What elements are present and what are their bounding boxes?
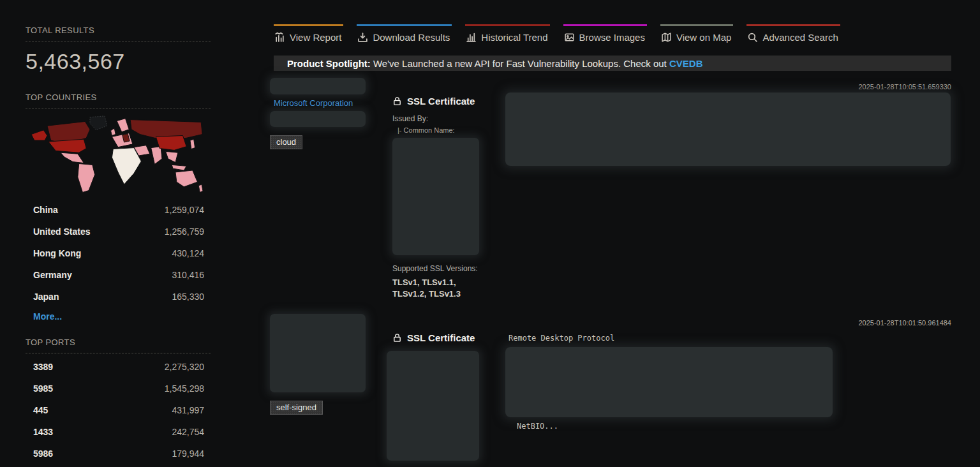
- issued-by-label: Issued By:: [392, 114, 482, 123]
- top-ports-label: TOP PORTS: [26, 337, 211, 353]
- advanced-search-button[interactable]: Advanced Search: [746, 24, 840, 45]
- ssl-versions-label: Supported SSL Versions:: [392, 264, 482, 273]
- map-icon: [661, 32, 672, 43]
- redacted-certificate-details: [392, 138, 479, 255]
- redacted-screenshot-thumbnail: [270, 314, 366, 392]
- browse-images-label: Browse Images: [579, 32, 645, 43]
- map-region-se-asia: [166, 151, 178, 162]
- port-count: 1,545,298: [165, 383, 204, 394]
- map-region-australia: [175, 170, 197, 187]
- product-spotlight-banner: Product Spotlight: We've Launched a new …: [274, 56, 951, 71]
- results-toolbar: View Report Download Results Historical …: [274, 24, 840, 45]
- cvedb-link[interactable]: CVEDB: [669, 58, 703, 69]
- countries-more-link[interactable]: More...: [33, 311, 62, 322]
- download-icon: [357, 32, 368, 43]
- port-row[interactable]: 3389 2,275,320: [26, 356, 211, 378]
- port-number: 445: [33, 405, 48, 415]
- historical-trend-label: Historical Trend: [481, 32, 547, 43]
- country-count: 165,330: [172, 292, 204, 302]
- lock-icon: [392, 96, 402, 106]
- redacted-service-banner: [505, 347, 833, 417]
- result-ip-column: self-signed: [270, 314, 366, 415]
- organization-link[interactable]: Microsoft Corporation: [274, 98, 366, 108]
- port-row[interactable]: 5985 1,545,298: [26, 378, 211, 399]
- port-number: 3389: [33, 362, 53, 372]
- cloud-tag[interactable]: cloud: [270, 135, 302, 149]
- redacted-service-banner: [505, 93, 951, 166]
- historical-trend-button[interactable]: Historical Trend: [465, 24, 549, 45]
- country-row[interactable]: China 1,259,074: [26, 199, 211, 221]
- map-region-south-america: [78, 163, 95, 192]
- country-name: Hong Kong: [33, 248, 81, 258]
- search-icon: [747, 32, 758, 43]
- country-row[interactable]: Hong Kong 430,124: [26, 242, 211, 264]
- top-ports-list: 3389 2,275,320 5985 1,545,298 445 431,99…: [26, 356, 211, 467]
- map-region-uk: [111, 128, 116, 135]
- country-name: Germany: [33, 270, 72, 280]
- redacted-ip-address: [270, 78, 366, 94]
- country-row[interactable]: Japan 165,330: [26, 286, 211, 308]
- advanced-search-label: Advanced Search: [762, 32, 838, 43]
- total-results-label: TOTAL RESULTS: [26, 26, 211, 41]
- port-count: 242,754: [172, 427, 204, 437]
- self-signed-tag[interactable]: self-signed: [270, 401, 323, 415]
- map-region-greenland: [90, 116, 107, 130]
- ssl-certificate-heading: SSL Certificate: [392, 332, 485, 343]
- redacted-location: [270, 111, 366, 127]
- map-region-india: [151, 147, 162, 165]
- port-count: 431,997: [172, 405, 204, 415]
- port-count: 179,944: [172, 448, 204, 459]
- browse-images-button[interactable]: Browse Images: [563, 24, 647, 45]
- result-ssl-column: SSL Certificate Issued By: |- Common Nam…: [392, 96, 482, 300]
- map-region-china: [156, 135, 186, 150]
- result-timestamp: 2025-01-28T10:05:51.659330: [858, 83, 951, 91]
- bar-chart-icon: [466, 32, 477, 43]
- country-name: United States: [33, 226, 90, 237]
- country-count: 430,124: [172, 248, 204, 258]
- common-name-label: |- Common Name:: [392, 126, 482, 134]
- map-region-africa: [112, 148, 141, 184]
- map-region-indonesia: [172, 165, 186, 170]
- view-report-label: View Report: [290, 32, 341, 43]
- map-region-scandinavia: [117, 119, 129, 132]
- world-heatmap: [26, 114, 211, 199]
- port-number: 5986: [33, 448, 53, 459]
- top-countries-label: TOP COUNTRIES: [26, 93, 211, 108]
- country-name: China: [33, 205, 58, 215]
- result-ip-column: Microsoft Corporation cloud: [270, 78, 366, 149]
- country-count: 310,416: [172, 270, 204, 280]
- banner-message: We've Launched a new API for Fast Vulner…: [371, 58, 669, 69]
- country-row[interactable]: United States 1,256,759: [26, 221, 211, 242]
- sidebar: TOTAL RESULTS 5,463,567 TOP COUNTRIES: [26, 26, 211, 467]
- port-count: 2,275,320: [165, 362, 204, 372]
- view-on-map-label: View on Map: [676, 32, 731, 43]
- view-report-button[interactable]: View Report: [274, 24, 343, 45]
- country-row[interactable]: Germany 310,416: [26, 264, 211, 286]
- report-chart-icon: [274, 32, 285, 43]
- total-results-value: 5,463,567: [26, 49, 211, 74]
- map-region-usa: [48, 139, 86, 152]
- service-title: Remote Desktop Protocol: [505, 334, 833, 343]
- country-count: 1,259,074: [165, 205, 204, 215]
- lock-icon: [392, 333, 402, 343]
- map-region-mexico: [61, 152, 84, 163]
- ssl-certificate-label: SSL Certificate: [407, 96, 475, 107]
- port-row[interactable]: 1433 242,754: [26, 421, 211, 443]
- result-timestamp: 2025-01-28T10:01:50.961484: [858, 319, 951, 327]
- download-results-label: Download Results: [373, 32, 450, 43]
- port-number: 5985: [33, 383, 53, 394]
- country-count: 1,256,759: [165, 226, 204, 237]
- map-region-new-zealand: [198, 184, 203, 192]
- ssl-certificate-heading: SSL Certificate: [392, 96, 482, 107]
- download-results-button[interactable]: Download Results: [357, 24, 452, 45]
- view-on-map-button[interactable]: View on Map: [660, 24, 733, 45]
- result-service-column: Remote Desktop Protocol NetBIO...: [505, 334, 833, 431]
- country-name: Japan: [33, 292, 59, 302]
- port-row[interactable]: 5986 179,944: [26, 443, 211, 464]
- result-ssl-column: SSL Certificate: [392, 332, 485, 461]
- port-row[interactable]: 445 431,997: [26, 399, 211, 421]
- ssl-certificate-label: SSL Certificate: [407, 332, 475, 343]
- banner-bold-label: Product Spotlight:: [287, 58, 371, 69]
- port-number: 1433: [33, 427, 53, 437]
- map-region-alaska: [31, 130, 47, 140]
